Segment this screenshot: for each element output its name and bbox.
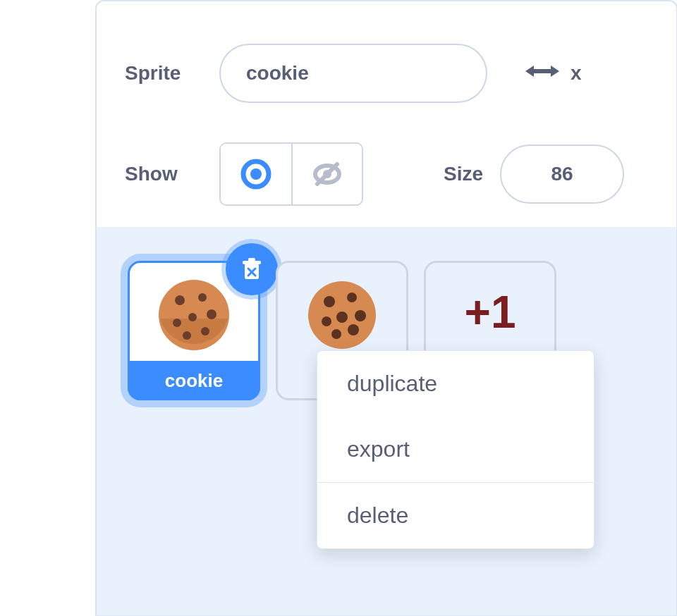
svg-marker-2 bbox=[551, 66, 559, 77]
x-label: x bbox=[571, 62, 582, 85]
sprite-name-value: cookie bbox=[246, 62, 309, 85]
svg-point-19 bbox=[183, 331, 191, 340]
sprite-thumbnail bbox=[148, 273, 240, 357]
svg-point-18 bbox=[173, 319, 181, 327]
sprite-info-panel: Sprite cookie x Show bbox=[95, 0, 677, 616]
eye-icon bbox=[240, 158, 272, 190]
cookie-icon bbox=[300, 276, 384, 354]
svg-point-22 bbox=[324, 296, 335, 307]
delete-sprite-button[interactable] bbox=[226, 243, 278, 295]
svg-point-20 bbox=[201, 327, 209, 335]
horizontal-arrows-icon bbox=[525, 58, 559, 88]
svg-marker-1 bbox=[525, 66, 534, 77]
sprite-name-label: Sprite bbox=[125, 62, 202, 85]
context-menu: duplicate export delete bbox=[317, 350, 594, 549]
svg-point-4 bbox=[250, 168, 262, 180]
svg-point-25 bbox=[336, 312, 348, 323]
context-menu-delete[interactable]: delete bbox=[317, 483, 594, 548]
sprite-tile-label: cookie bbox=[165, 370, 223, 392]
svg-point-24 bbox=[355, 310, 366, 321]
show-label: Show bbox=[125, 163, 202, 185]
trash-icon bbox=[237, 254, 267, 284]
svg-point-16 bbox=[207, 309, 216, 319]
sprite-tile-cookie[interactable]: cookie bbox=[128, 261, 260, 400]
size-value: 86 bbox=[551, 163, 573, 185]
svg-point-26 bbox=[322, 316, 331, 326]
sprite-name-input[interactable]: cookie bbox=[219, 44, 487, 103]
size-input[interactable]: 86 bbox=[500, 144, 624, 204]
cookie-icon bbox=[152, 276, 236, 354]
svg-point-17 bbox=[188, 313, 197, 321]
context-menu-duplicate[interactable]: duplicate bbox=[317, 351, 594, 417]
hide-sprite-button[interactable] bbox=[291, 144, 362, 204]
context-menu-export[interactable]: export bbox=[317, 417, 594, 482]
plus-one-icon: +1 bbox=[465, 290, 516, 335]
size-label: Size bbox=[444, 163, 483, 185]
svg-point-14 bbox=[175, 295, 185, 305]
svg-point-15 bbox=[198, 293, 207, 302]
svg-point-28 bbox=[348, 324, 359, 335]
show-sprite-button[interactable] bbox=[221, 144, 291, 204]
visibility-toggle bbox=[219, 142, 363, 206]
eye-off-icon bbox=[310, 157, 344, 191]
svg-rect-10 bbox=[248, 258, 255, 261]
sprite-thumbnail bbox=[296, 273, 388, 357]
svg-point-23 bbox=[347, 292, 357, 302]
x-position-group: x bbox=[525, 58, 582, 88]
svg-point-27 bbox=[331, 329, 341, 339]
